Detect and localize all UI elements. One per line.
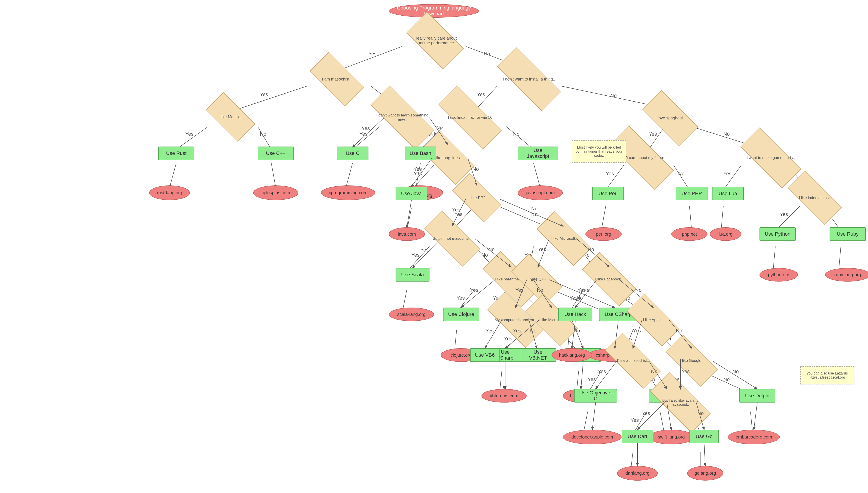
use-rust-node: Use Rust xyxy=(158,147,194,160)
use-dart-label: Use Dart xyxy=(628,433,647,440)
svg-text:No: No xyxy=(678,171,685,176)
svg-text:Yes: Yes xyxy=(724,171,732,176)
jscom-label: javascript.com xyxy=(526,190,555,195)
hacklangorg-link[interactable]: hacklang.org xyxy=(552,348,592,362)
use-hack-node: Use Hack xyxy=(558,307,592,321)
q2-label: I am masochist.. xyxy=(322,77,352,82)
developerapple-link[interactable]: developer.apple.com xyxy=(563,430,622,444)
use-php-label: Use PHP xyxy=(682,191,702,196)
use-go-label: Use Go xyxy=(696,433,713,440)
svg-text:No: No xyxy=(482,252,488,258)
use-js-label: Use Javascript xyxy=(522,147,554,159)
cplusplus-label: cplusplus.com xyxy=(262,190,290,195)
svg-line-48 xyxy=(689,206,692,231)
use-objc-node: Use Objective-C xyxy=(574,389,617,403)
use-vbnet-label: Use VB.NET xyxy=(524,349,552,361)
cplusplus-link[interactable]: cplusplus.com xyxy=(253,186,298,200)
note2-label: you can also use Lazarus lazarus.freepas… xyxy=(803,371,851,380)
javacom-link[interactable]: java.com xyxy=(389,227,425,241)
javacom-label: java.com xyxy=(398,232,416,237)
use-go-node: Use Go xyxy=(689,430,719,443)
use-vbnet-node: Use VB.NET xyxy=(520,348,556,362)
golang-label: golang.org xyxy=(695,471,716,476)
svg-text:Yes: Yes xyxy=(477,91,485,97)
pythonorg-link[interactable]: python.org xyxy=(759,268,798,282)
rubylang-link[interactable]: ruby-lang.org xyxy=(825,268,868,282)
q18-label: My computer is ancient.. xyxy=(495,318,536,322)
svg-text:Yes: Yes xyxy=(454,211,463,217)
svg-line-15 xyxy=(258,127,271,149)
use-cpp-node: Use C++ xyxy=(258,147,294,160)
svg-line-47 xyxy=(601,206,606,231)
use-clojure-node: Use Clojure xyxy=(443,307,479,321)
q14-label: I hate C++ xyxy=(527,277,546,282)
svg-text:No: No xyxy=(260,131,266,137)
use-ruby-label: Use Ruby xyxy=(837,231,859,237)
vbforums-link[interactable]: vbforums.com xyxy=(482,389,527,403)
note1-box: Most likely you will be killed by mainta… xyxy=(572,140,626,163)
q13-label: But I'm not masochist.. xyxy=(432,236,471,241)
q16-label: I like indentations.. xyxy=(799,196,831,200)
use-scala-node: Use Scala xyxy=(396,268,429,282)
svg-text:No: No xyxy=(484,51,490,57)
use-perl-label: Use Perl xyxy=(599,191,618,196)
q8-label: I like long lines.. xyxy=(433,156,462,160)
svg-line-59 xyxy=(839,246,841,271)
scalalang-label: scala-lang.org xyxy=(397,312,426,317)
svg-text:Yes: Yes xyxy=(457,295,465,301)
svg-line-23 xyxy=(506,127,533,149)
q6-label: I use linux, mac, or win 10 xyxy=(448,115,493,120)
q15-label: I like Facebook.. xyxy=(595,277,623,282)
svg-line-31 xyxy=(346,163,353,188)
svg-text:No: No xyxy=(610,93,617,99)
use-dart-node: Use Dart xyxy=(622,430,653,443)
cprogramming-link[interactable]: cprogramming.com xyxy=(321,186,375,200)
svg-text:No: No xyxy=(724,131,730,137)
svg-line-58 xyxy=(773,246,775,271)
use-lua-node: Use Lua xyxy=(712,187,744,200)
q4-label: I like Mozilla.. xyxy=(218,115,243,120)
svg-text:Yes: Yes xyxy=(504,336,512,342)
svg-text:Yes: Yes xyxy=(359,131,368,137)
svg-line-45 xyxy=(674,165,689,190)
hacklanorg-label: hacklang.org xyxy=(559,352,585,358)
svg-text:Yes: Yes xyxy=(570,295,578,301)
svg-line-13 xyxy=(176,127,208,149)
q5-label: I don't want to learn something new.. xyxy=(373,113,431,122)
use-perl-node: Use Perl xyxy=(592,187,624,200)
use-csharp-label: Use CSharp xyxy=(605,312,632,317)
dartlang-label: dartlang.org xyxy=(625,471,650,476)
swiftlang-label: swift-lang.org xyxy=(658,434,685,440)
svg-text:Yes: Yes xyxy=(606,171,614,176)
golang-link[interactable]: golang.org xyxy=(687,466,724,480)
jscom-link[interactable]: javascript.com xyxy=(518,186,563,200)
rust-lang-link[interactable]: rust-lang.org xyxy=(149,186,190,200)
svg-line-29 xyxy=(170,163,176,188)
cprogramming-label: cprogramming.com xyxy=(329,190,367,195)
q1-label: I really really care about runtime perfo… xyxy=(412,36,459,45)
q9-label: I like FP? xyxy=(468,196,485,200)
q22-label: I'm a bit masochist.. xyxy=(617,359,649,363)
use-java-node: Use Java xyxy=(396,187,427,200)
use-vb6-label: Use VB6 xyxy=(475,352,495,358)
luaorg-link[interactable]: lua.org xyxy=(710,227,741,241)
scalalang-link[interactable]: scala-lang.org xyxy=(389,307,434,321)
use-bash-label: Use Bash xyxy=(409,150,431,156)
svg-line-53 xyxy=(721,206,724,231)
q7-label: I love spaghetti.. xyxy=(655,116,685,121)
phpnet-link[interactable]: php.net xyxy=(671,227,708,241)
start-node: Choosing Programming language flowchart xyxy=(389,4,479,18)
use-delphi-node: Use Delphi xyxy=(739,389,775,403)
use-js-node: Use Javascript xyxy=(518,147,558,160)
dartlang-link[interactable]: dartlang.org xyxy=(617,466,658,480)
use-python-node: Use Python xyxy=(759,227,796,241)
note1-label: Most likely you will be killed by mainta… xyxy=(575,145,623,158)
embarcadero-link[interactable]: embarcadero.com xyxy=(728,430,780,444)
q20-label: I like Google.. xyxy=(680,359,704,363)
use-clojure-label: Use Clojure xyxy=(448,312,474,317)
use-lua-label: Use Lua xyxy=(718,191,737,196)
svg-text:No: No xyxy=(513,131,519,137)
perlorg-link[interactable]: perl.org xyxy=(585,227,622,241)
swiftlang-link[interactable]: swift-lang.org xyxy=(649,430,694,444)
svg-text:Yes: Yes xyxy=(414,171,422,176)
